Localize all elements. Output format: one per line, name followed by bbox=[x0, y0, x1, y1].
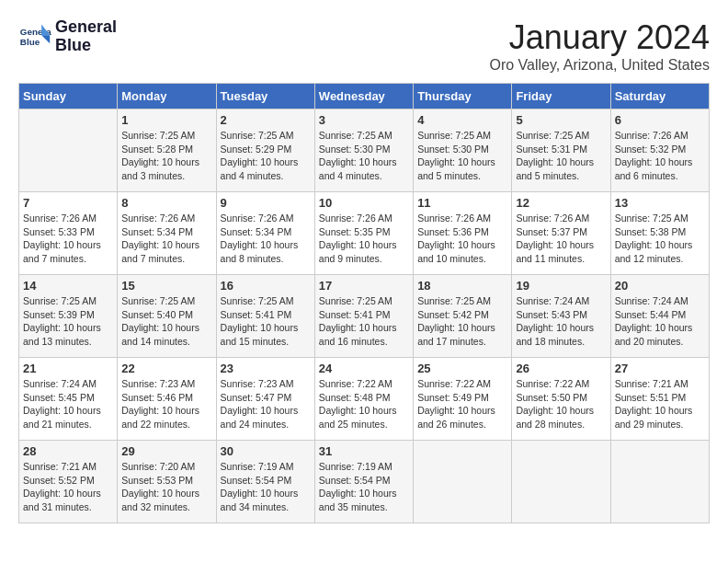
calendar-cell: 25Sunrise: 7:22 AM Sunset: 5:49 PM Dayli… bbox=[414, 358, 512, 441]
title-block: January 2024 Oro Valley, Arizona, United… bbox=[489, 18, 710, 74]
day-number: 23 bbox=[221, 362, 311, 375]
calendar-cell: 6Sunrise: 7:26 AM Sunset: 5:32 PM Daylig… bbox=[610, 109, 709, 192]
day-info: Sunrise: 7:25 AM Sunset: 5:40 PM Dayligh… bbox=[121, 294, 211, 349]
day-info: Sunrise: 7:25 AM Sunset: 5:38 PM Dayligh… bbox=[615, 212, 705, 266]
calendar-cell: 31Sunrise: 7:19 AM Sunset: 5:54 PM Dayli… bbox=[314, 441, 413, 523]
day-info: Sunrise: 7:19 AM Sunset: 5:54 PM Dayligh… bbox=[319, 460, 409, 514]
calendar-cell: 10Sunrise: 7:26 AM Sunset: 5:35 PM Dayli… bbox=[314, 192, 413, 275]
day-header-monday: Monday bbox=[118, 84, 216, 109]
day-info: Sunrise: 7:25 AM Sunset: 5:31 PM Dayligh… bbox=[516, 129, 606, 183]
day-info: Sunrise: 7:22 AM Sunset: 5:49 PM Dayligh… bbox=[417, 377, 507, 431]
logo: General Blue General Blue bbox=[18, 18, 117, 55]
page-header: General Blue General Blue January 2024 O… bbox=[18, 18, 710, 74]
calendar-cell: 26Sunrise: 7:22 AM Sunset: 5:50 PM Dayli… bbox=[512, 358, 610, 441]
day-number: 16 bbox=[221, 279, 311, 293]
calendar-cell: 27Sunrise: 7:21 AM Sunset: 5:51 PM Dayli… bbox=[610, 358, 709, 441]
day-header-tuesday: Tuesday bbox=[216, 84, 314, 109]
day-info: Sunrise: 7:20 AM Sunset: 5:53 PM Dayligh… bbox=[121, 460, 211, 514]
day-number: 21 bbox=[23, 362, 113, 375]
calendar-cell: 12Sunrise: 7:26 AM Sunset: 5:37 PM Dayli… bbox=[512, 192, 610, 275]
day-number: 5 bbox=[516, 113, 606, 127]
day-number: 20 bbox=[615, 279, 705, 293]
day-info: Sunrise: 7:24 AM Sunset: 5:44 PM Dayligh… bbox=[615, 294, 705, 349]
calendar-cell: 13Sunrise: 7:25 AM Sunset: 5:38 PM Dayli… bbox=[610, 192, 709, 275]
calendar-cell: 16Sunrise: 7:25 AM Sunset: 5:41 PM Dayli… bbox=[216, 275, 314, 358]
calendar-cell bbox=[19, 109, 118, 192]
calendar-cell: 19Sunrise: 7:24 AM Sunset: 5:43 PM Dayli… bbox=[512, 275, 610, 358]
calendar-cell: 14Sunrise: 7:25 AM Sunset: 5:39 PM Dayli… bbox=[19, 275, 118, 358]
day-number: 8 bbox=[121, 196, 211, 210]
day-number: 3 bbox=[319, 113, 409, 127]
day-number: 15 bbox=[121, 279, 211, 293]
day-info: Sunrise: 7:26 AM Sunset: 5:36 PM Dayligh… bbox=[417, 212, 507, 266]
calendar-cell: 28Sunrise: 7:21 AM Sunset: 5:52 PM Dayli… bbox=[19, 441, 118, 523]
day-number: 17 bbox=[319, 279, 409, 293]
calendar-week: 28Sunrise: 7:21 AM Sunset: 5:52 PM Dayli… bbox=[19, 441, 710, 523]
calendar-cell bbox=[610, 441, 709, 523]
day-number: 28 bbox=[23, 444, 113, 458]
day-number: 9 bbox=[221, 196, 311, 210]
calendar-cell: 3Sunrise: 7:25 AM Sunset: 5:30 PM Daylig… bbox=[314, 109, 413, 192]
location: Oro Valley, Arizona, United States bbox=[489, 57, 710, 74]
calendar-cell: 1Sunrise: 7:25 AM Sunset: 5:28 PM Daylig… bbox=[118, 109, 216, 192]
day-number: 6 bbox=[615, 113, 705, 127]
day-info: Sunrise: 7:26 AM Sunset: 5:32 PM Dayligh… bbox=[615, 129, 705, 183]
day-header-sunday: Sunday bbox=[19, 84, 118, 109]
day-number: 10 bbox=[319, 196, 409, 210]
calendar-cell: 8Sunrise: 7:26 AM Sunset: 5:34 PM Daylig… bbox=[118, 192, 216, 275]
day-number: 22 bbox=[121, 362, 211, 375]
day-number: 29 bbox=[121, 444, 211, 458]
day-number: 12 bbox=[516, 196, 606, 210]
day-info: Sunrise: 7:22 AM Sunset: 5:48 PM Dayligh… bbox=[319, 377, 409, 431]
calendar-cell: 22Sunrise: 7:23 AM Sunset: 5:46 PM Dayli… bbox=[118, 358, 216, 441]
day-number: 31 bbox=[319, 444, 409, 458]
day-number: 4 bbox=[417, 113, 507, 127]
day-number: 25 bbox=[417, 362, 507, 375]
day-info: Sunrise: 7:26 AM Sunset: 5:34 PM Dayligh… bbox=[221, 212, 311, 266]
day-info: Sunrise: 7:26 AM Sunset: 5:35 PM Dayligh… bbox=[319, 212, 409, 266]
day-number: 13 bbox=[615, 196, 705, 210]
day-info: Sunrise: 7:25 AM Sunset: 5:41 PM Dayligh… bbox=[319, 294, 409, 349]
day-info: Sunrise: 7:26 AM Sunset: 5:34 PM Dayligh… bbox=[121, 212, 211, 266]
day-number: 2 bbox=[221, 113, 311, 127]
calendar-cell: 7Sunrise: 7:26 AM Sunset: 5:33 PM Daylig… bbox=[19, 192, 118, 275]
day-number: 7 bbox=[23, 196, 113, 210]
calendar-week: 21Sunrise: 7:24 AM Sunset: 5:45 PM Dayli… bbox=[19, 358, 710, 441]
logo-icon: General Blue bbox=[18, 20, 51, 53]
day-info: Sunrise: 7:22 AM Sunset: 5:50 PM Dayligh… bbox=[516, 377, 606, 431]
day-info: Sunrise: 7:23 AM Sunset: 5:47 PM Dayligh… bbox=[221, 377, 311, 431]
calendar-cell: 23Sunrise: 7:23 AM Sunset: 5:47 PM Dayli… bbox=[216, 358, 314, 441]
calendar-cell: 29Sunrise: 7:20 AM Sunset: 5:53 PM Dayli… bbox=[118, 441, 216, 523]
calendar-cell: 2Sunrise: 7:25 AM Sunset: 5:29 PM Daylig… bbox=[216, 109, 314, 192]
calendar-week: 7Sunrise: 7:26 AM Sunset: 5:33 PM Daylig… bbox=[19, 192, 710, 275]
calendar-cell: 11Sunrise: 7:26 AM Sunset: 5:36 PM Dayli… bbox=[414, 192, 512, 275]
calendar-cell: 15Sunrise: 7:25 AM Sunset: 5:40 PM Dayli… bbox=[118, 275, 216, 358]
calendar-table: SundayMondayTuesdayWednesdayThursdayFrid… bbox=[18, 83, 710, 523]
calendar-body: 1Sunrise: 7:25 AM Sunset: 5:28 PM Daylig… bbox=[19, 109, 710, 523]
calendar-cell: 4Sunrise: 7:25 AM Sunset: 5:30 PM Daylig… bbox=[414, 109, 512, 192]
day-info: Sunrise: 7:24 AM Sunset: 5:43 PM Dayligh… bbox=[516, 294, 606, 349]
day-info: Sunrise: 7:26 AM Sunset: 5:33 PM Dayligh… bbox=[23, 212, 113, 266]
day-header-saturday: Saturday bbox=[610, 84, 709, 109]
calendar-header: SundayMondayTuesdayWednesdayThursdayFrid… bbox=[19, 84, 710, 109]
calendar-cell: 21Sunrise: 7:24 AM Sunset: 5:45 PM Dayli… bbox=[19, 358, 118, 441]
day-info: Sunrise: 7:19 AM Sunset: 5:54 PM Dayligh… bbox=[221, 460, 311, 514]
calendar-cell: 17Sunrise: 7:25 AM Sunset: 5:41 PM Dayli… bbox=[314, 275, 413, 358]
calendar-cell: 5Sunrise: 7:25 AM Sunset: 5:31 PM Daylig… bbox=[512, 109, 610, 192]
day-number: 26 bbox=[516, 362, 606, 375]
day-info: Sunrise: 7:23 AM Sunset: 5:46 PM Dayligh… bbox=[121, 377, 211, 431]
svg-text:Blue: Blue bbox=[20, 37, 40, 47]
calendar-cell bbox=[414, 441, 512, 523]
day-number: 30 bbox=[221, 444, 311, 458]
day-info: Sunrise: 7:25 AM Sunset: 5:41 PM Dayligh… bbox=[221, 294, 311, 349]
day-number: 27 bbox=[615, 362, 705, 375]
calendar-cell: 18Sunrise: 7:25 AM Sunset: 5:42 PM Dayli… bbox=[414, 275, 512, 358]
day-header-wednesday: Wednesday bbox=[314, 84, 413, 109]
day-info: Sunrise: 7:25 AM Sunset: 5:29 PM Dayligh… bbox=[221, 129, 311, 183]
day-info: Sunrise: 7:25 AM Sunset: 5:30 PM Dayligh… bbox=[319, 129, 409, 183]
calendar-cell: 9Sunrise: 7:26 AM Sunset: 5:34 PM Daylig… bbox=[216, 192, 314, 275]
day-number: 1 bbox=[121, 113, 211, 127]
calendar-cell: 20Sunrise: 7:24 AM Sunset: 5:44 PM Dayli… bbox=[610, 275, 709, 358]
calendar-cell: 30Sunrise: 7:19 AM Sunset: 5:54 PM Dayli… bbox=[216, 441, 314, 523]
day-number: 11 bbox=[417, 196, 507, 210]
